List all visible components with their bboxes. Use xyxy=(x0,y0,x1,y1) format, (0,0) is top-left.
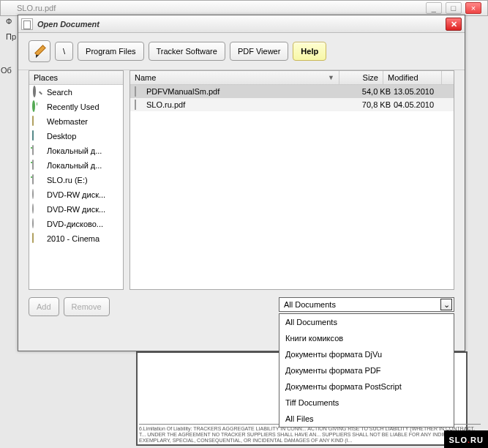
filter-option[interactable]: Документы формата DjVu xyxy=(279,346,454,362)
dvd-icon xyxy=(32,190,44,200)
close-icon[interactable]: ✕ xyxy=(446,18,462,31)
path-segment-button[interactable]: Tracker Software xyxy=(149,42,225,61)
drive-icon xyxy=(32,175,44,185)
chevron-down-icon[interactable]: ⌄ xyxy=(440,299,452,310)
place-label: Webmaster xyxy=(47,117,88,126)
place-label: DVD-RW диск... xyxy=(47,190,105,199)
place-item[interactable]: Локальный д... xyxy=(29,158,123,173)
file-name: SLO.ru.pdf xyxy=(146,100,347,109)
places-panel: Places SearchRecently UsedWebmasterDeskt… xyxy=(29,70,124,290)
file-row[interactable]: SLO.ru.pdf70,8 KB04.05.2010 xyxy=(130,98,454,111)
parent-minimize-icon[interactable]: _ xyxy=(426,2,442,14)
help-button[interactable]: Help xyxy=(293,42,326,61)
file-size: 70,8 KB xyxy=(347,100,391,109)
place-label: Локальный д... xyxy=(47,161,102,170)
desktop-icon xyxy=(32,131,44,141)
document-icon xyxy=(21,18,33,30)
column-modified[interactable]: Modified xyxy=(383,71,442,84)
place-item[interactable]: Recently Used xyxy=(29,100,123,114)
place-item[interactable]: SLO.ru (E:) xyxy=(29,173,123,187)
sidebar-label: Об xyxy=(1,66,15,75)
place-label: 2010 - Cinema xyxy=(47,234,100,243)
column-name[interactable]: Name ▼ xyxy=(130,71,339,84)
place-label: DVD-RW диск... xyxy=(47,205,105,214)
sort-arrow-icon: ▼ xyxy=(328,74,334,81)
file-modified: 04.05.2010 xyxy=(391,100,449,109)
filter-select[interactable]: All Documents ⌄ xyxy=(279,297,454,312)
filter-option[interactable]: Книги комиксов xyxy=(279,330,454,346)
file-list-panel: Name ▼ Size Modified PDFVManualSm.pdf54,… xyxy=(129,70,454,290)
place-label: Recently Used xyxy=(47,102,100,111)
filter-option[interactable]: Tiff Documents xyxy=(279,395,454,411)
file-icon xyxy=(135,87,146,96)
places-header: Places xyxy=(29,71,123,85)
parent-close-icon[interactable]: × xyxy=(465,2,481,14)
place-item[interactable]: Desktop xyxy=(29,129,123,143)
watermark: SLO.RU xyxy=(444,430,488,448)
place-label: Локальный д... xyxy=(47,146,102,155)
parent-sidebar: Об xyxy=(1,44,15,75)
parent-title: SLO.ru.pdf xyxy=(17,4,56,12)
add-button[interactable]: Add xyxy=(29,297,59,316)
file-list-header: Name ▼ Size Modified xyxy=(130,71,454,85)
file-icon xyxy=(135,100,146,109)
pencil-icon xyxy=(34,45,45,57)
menu-item[interactable]: Пр xyxy=(6,32,16,41)
place-item[interactable]: Локальный д... xyxy=(29,143,123,158)
file-name: PDFVManualSm.pdf xyxy=(146,87,347,96)
places-list: SearchRecently UsedWebmasterDesktopЛокал… xyxy=(29,85,123,289)
path-root-button[interactable]: \ xyxy=(55,42,73,61)
dialog-title: Open Document xyxy=(37,20,446,29)
parent-maximize-icon[interactable]: □ xyxy=(446,2,462,14)
filter-option[interactable]: Документы формата PostScript xyxy=(279,378,454,395)
drive-icon xyxy=(32,146,44,156)
open-document-dialog: Open Document ✕ \ Program Files Tracker … xyxy=(18,15,465,351)
remove-button[interactable]: Remove xyxy=(64,297,110,316)
place-label: SLO.ru (E:) xyxy=(47,176,88,184)
path-segment-button[interactable]: Program Files xyxy=(78,42,143,61)
recent-icon xyxy=(32,102,44,112)
folder-icon xyxy=(32,116,44,127)
edit-button[interactable] xyxy=(29,40,50,62)
filter-dropdown: All DocumentsКниги комиксовДокументы фор… xyxy=(279,313,454,428)
filter-option[interactable]: Документы формата PDF xyxy=(279,362,454,378)
file-modified: 13.05.2010 xyxy=(391,87,449,96)
file-list: PDFVManualSm.pdf54,0 KB13.05.2010SLO.ru.… xyxy=(130,85,454,289)
column-size[interactable]: Size xyxy=(339,71,383,84)
search-icon xyxy=(32,87,44,97)
place-item[interactable]: 2010 - Cinema xyxy=(29,231,123,246)
toolbar: \ Program Files Tracker Software PDF Vie… xyxy=(18,33,465,70)
place-item[interactable]: DVD-дисково... xyxy=(29,217,123,231)
place-label: Desktop xyxy=(47,132,76,141)
file-size: 54,0 KB xyxy=(347,87,391,96)
dvd-icon xyxy=(32,204,44,214)
place-item[interactable]: DVD-RW диск... xyxy=(29,202,123,217)
place-label: DVD-дисково... xyxy=(47,220,103,228)
file-type-filter[interactable]: All Documents ⌄ All DocumentsКниги комик… xyxy=(279,297,454,312)
dvd-icon xyxy=(32,219,44,229)
place-label: Search xyxy=(47,88,72,97)
dialog-titlebar: Open Document ✕ xyxy=(18,15,465,33)
scrollbar-header-spacer xyxy=(442,71,454,84)
filter-selected-value: All Documents xyxy=(284,300,336,309)
folder-icon xyxy=(32,234,44,244)
place-item[interactable]: Search xyxy=(29,85,123,100)
parent-titlebar: SLO.ru.pdf _ □ × xyxy=(0,0,488,16)
drive-icon xyxy=(32,160,44,171)
filter-option[interactable]: All Documents xyxy=(279,314,454,330)
menu-item[interactable]: Ф xyxy=(6,17,12,26)
path-segment-button[interactable]: PDF Viewer xyxy=(230,42,288,61)
file-row[interactable]: PDFVManualSm.pdf54,0 KB13.05.2010 xyxy=(130,85,454,98)
filter-option[interactable]: All Files xyxy=(279,411,454,427)
place-item[interactable]: DVD-RW диск... xyxy=(29,187,123,202)
place-item[interactable]: Webmaster xyxy=(29,114,123,129)
